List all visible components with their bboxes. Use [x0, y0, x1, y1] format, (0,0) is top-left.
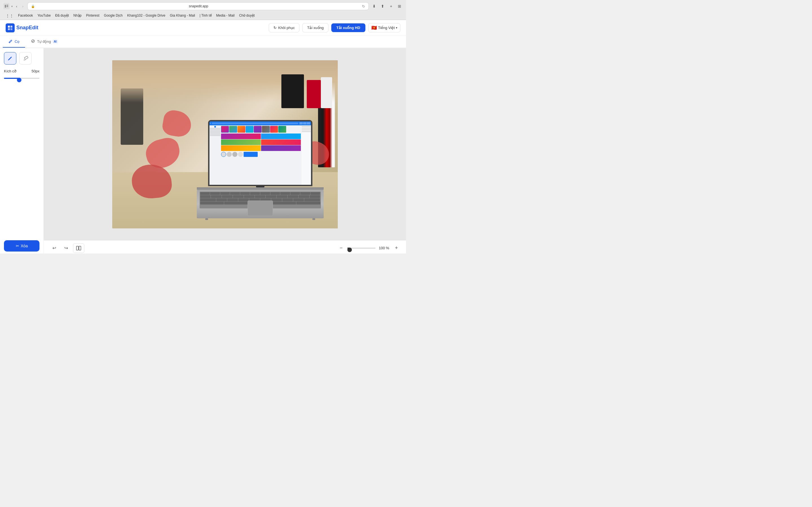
tab-auto[interactable]: Tự động AI — [25, 36, 63, 48]
bookmarks-bar: ⋮⋮ Facebook YouTube Đã duyệt Nhập Pinter… — [3, 12, 403, 20]
auto-icon — [31, 39, 35, 44]
zoom-in-button[interactable]: + — [393, 244, 400, 252]
zoom-value: 100 % — [378, 246, 390, 250]
bookmark-facebook[interactable]: Facebook — [18, 13, 33, 18]
bookmark-drive[interactable]: Khang102 - Google Drive — [127, 13, 165, 18]
restore-button[interactable]: ↻ Khôi phục — [269, 23, 300, 33]
bookmark-approved[interactable]: Đã duyệt — [55, 13, 69, 18]
bookmark-mail[interactable]: Gia Khang - Mail — [170, 13, 195, 18]
svg-rect-1 — [6, 5, 8, 6]
svg-rect-6 — [10, 28, 12, 30]
restore-icon: ↻ — [273, 25, 276, 30]
download-button[interactable]: Tải xuống — [302, 23, 328, 33]
chevron-down-icon: ▾ — [11, 5, 13, 8]
share-icon[interactable]: ⬆ — [379, 3, 386, 9]
bottom-toolbar: ↩ ↪ − — [44, 240, 406, 253]
forward-button[interactable]: › — [20, 4, 25, 8]
tab-manual[interactable]: Cọ — [3, 36, 25, 48]
main-image: f — [112, 60, 338, 228]
svg-rect-5 — [8, 28, 10, 30]
size-slider[interactable] — [4, 75, 40, 81]
size-label: Kích cỡ — [4, 69, 16, 73]
url-text: snapedit.app — [37, 4, 360, 8]
tool-options — [4, 52, 40, 64]
chevron-down-icon: ▾ — [396, 26, 397, 29]
browser-chrome: ▾ ‹ › 🔒 snapedit.app ↻ ⬇ ⬆ + ⊞ ⋮⋮ Facebo… — [0, 0, 406, 20]
ai-badge: AI — [53, 40, 58, 43]
svg-point-7 — [9, 42, 10, 43]
language-selector[interactable]: 🇻🇳 Tiếng Việt ▾ — [368, 23, 400, 33]
toolbar-right-group: − 100 % + — [337, 244, 400, 252]
download-hd-button[interactable]: Tải xuống HD — [331, 23, 365, 32]
size-control: Kích cỡ 50px — [4, 69, 40, 81]
back-button[interactable]: ‹ — [14, 4, 19, 8]
tool-tabs: Cọ Tự động AI — [0, 36, 406, 48]
tab-manual-label: Cọ — [15, 40, 19, 44]
header-actions: ↻ Khôi phục Tải xuống Tải xuống HD 🇻🇳 Ti… — [269, 23, 400, 33]
sidebar-toggle[interactable] — [3, 3, 10, 9]
toolbar-left-group: ↩ ↪ — [49, 243, 84, 253]
undo-button[interactable]: ↩ — [49, 243, 59, 253]
size-value: 50px — [32, 69, 40, 73]
apps-grid-icon[interactable]: ⋮⋮ — [6, 13, 13, 18]
bookmark-import[interactable]: Nhập — [73, 13, 82, 18]
security-icon: 🔒 — [31, 4, 35, 8]
canvas-wrapper[interactable]: f — [44, 48, 406, 240]
bookmark-tinh-te[interactable]: | Tinh tế — [200, 13, 212, 18]
address-bar[interactable]: 🔒 snapedit.app ↻ — [28, 2, 369, 10]
svg-rect-10 — [77, 246, 79, 250]
grid-icon[interactable]: ⊞ — [396, 3, 403, 9]
split-view-button[interactable] — [73, 243, 84, 253]
main-content: Kích cỡ 50px ✂ Xóa — [0, 48, 406, 253]
red-highlight-1 — [161, 109, 193, 138]
download-manager-icon[interactable]: ⬇ — [371, 3, 377, 9]
bookmark-google-translate[interactable]: Google Dịch — [104, 13, 123, 18]
restore-label: Khôi phục — [278, 25, 295, 30]
delete-button[interactable]: ✂ Xóa — [4, 240, 40, 251]
zoom-out-button[interactable]: − — [337, 244, 345, 252]
brush-icon — [8, 39, 13, 44]
scissors-icon: ✂ — [16, 244, 19, 248]
zoom-slider[interactable] — [347, 245, 375, 251]
svg-rect-3 — [8, 25, 10, 27]
bookmark-media-mail[interactable]: Media - Mail — [216, 13, 235, 18]
laptop: f — [197, 120, 324, 220]
new-tab-icon[interactable]: + — [388, 3, 394, 9]
reload-icon[interactable]: ↻ — [362, 4, 365, 8]
bookmark-pinterest[interactable]: Pinterest — [86, 13, 99, 18]
left-panel: Kích cỡ 50px ✂ Xóa — [0, 48, 44, 253]
brush-tool-option[interactable] — [4, 52, 16, 64]
delete-label: Xóa — [21, 244, 28, 248]
app-container: SnapEdit ↻ Khôi phục Tải xuống Tải xuống… — [0, 20, 406, 253]
svg-rect-9 — [24, 56, 28, 59]
tab-auto-label: Tự động — [37, 40, 51, 44]
logo: SnapEdit — [6, 23, 38, 33]
redo-button[interactable]: ↪ — [61, 243, 71, 253]
svg-rect-2 — [6, 6, 8, 7]
flag-icon: 🇻🇳 — [371, 25, 377, 31]
logo-icon — [6, 23, 15, 33]
canvas-area: f — [44, 48, 406, 253]
bookmark-pending[interactable]: Chờ duyệt — [239, 13, 255, 18]
eraser-tool-option[interactable] — [19, 52, 32, 64]
svg-rect-0 — [5, 5, 6, 8]
svg-rect-4 — [10, 25, 12, 27]
language-label: Tiếng Việt — [378, 25, 395, 30]
logo-text: SnapEdit — [16, 25, 38, 31]
svg-rect-11 — [79, 246, 81, 250]
bookmark-youtube[interactable]: YouTube — [38, 13, 51, 18]
app-header: SnapEdit ↻ Khôi phục Tải xuống Tải xuống… — [0, 20, 406, 36]
